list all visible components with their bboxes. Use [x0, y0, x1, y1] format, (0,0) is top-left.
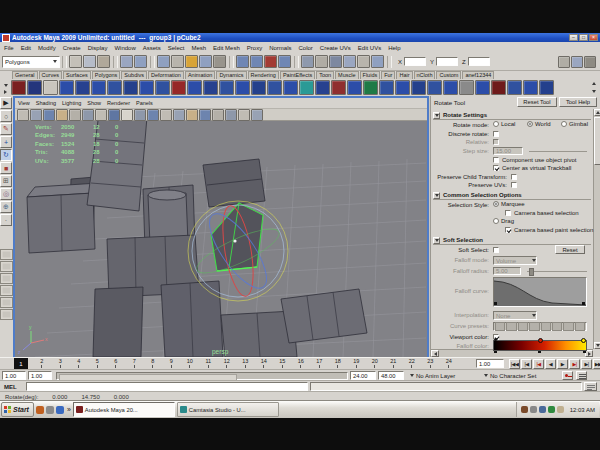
shelf-tab[interactable]: Curves: [39, 71, 62, 79]
shelf-tab[interactable]: Fluids: [360, 71, 381, 79]
reset-tool-button[interactable]: Reset Tool: [517, 97, 557, 107]
shelf-item-icon[interactable]: [283, 80, 298, 95]
tool-button[interactable]: ✎: [0, 123, 12, 135]
panel-menu-item[interactable]: Lighting: [62, 100, 81, 106]
tray-icon[interactable]: [521, 406, 528, 413]
shelf-tab[interactable]: Hair: [396, 71, 412, 79]
panel-toolbar-icon[interactable]: [108, 109, 120, 121]
shelf-item-icon[interactable]: [363, 80, 378, 95]
anim-layer-dropdown[interactable]: No Anim Layer: [410, 371, 455, 380]
component-pivot-checkbox[interactable]: [493, 157, 499, 163]
falloff-color-ramp[interactable]: [493, 340, 587, 351]
shelf-spinner[interactable]: [589, 80, 598, 95]
falloff-radius-slider[interactable]: [527, 271, 587, 272]
panel-toolbar-icon[interactable]: [212, 109, 224, 121]
menu-item[interactable]: Edit Mesh: [213, 45, 240, 51]
ramp-handle[interactable]: [583, 351, 586, 354]
panel-toolbar-icon[interactable]: [147, 109, 159, 121]
render-icon[interactable]: [343, 55, 356, 68]
playback-button[interactable]: ▶: [557, 359, 568, 369]
shelf-item-icon[interactable]: [491, 80, 506, 95]
curve-presets-strip[interactable]: [493, 322, 587, 331]
scroll-up-icon[interactable]: [594, 109, 600, 116]
menu-item[interactable]: Color: [298, 45, 312, 51]
playback-button[interactable]: ◀: [545, 359, 556, 369]
shelf-item-icon[interactable]: [187, 80, 202, 95]
shelf-tab[interactable]: Muscle: [335, 71, 358, 79]
snap-icon[interactable]: [157, 55, 170, 68]
panel-toolbar-icon[interactable]: [43, 109, 55, 121]
panel-toolbar-icon[interactable]: [238, 109, 250, 121]
collapse-icon[interactable]: [433, 237, 440, 244]
shelf-item-icon[interactable]: [203, 80, 218, 95]
tool-button[interactable]: ↻: [0, 149, 12, 161]
show-hide-ui-icon[interactable]: [584, 56, 596, 68]
history-icon[interactable]: [250, 55, 263, 68]
tool-button[interactable]: ▶: [0, 97, 12, 109]
panel-toolbar-icon[interactable]: [225, 109, 237, 121]
virtual-trackball-checkbox[interactable]: [493, 165, 499, 171]
scene-object-pcube2-selected[interactable]: [211, 203, 263, 271]
scroll-left-icon[interactable]: [431, 350, 439, 357]
menu-item[interactable]: Edit: [21, 45, 31, 51]
radio-drag[interactable]: Drag: [493, 218, 514, 224]
shelf-tab[interactable]: Rendering: [248, 71, 279, 79]
maximize-button[interactable]: □: [579, 34, 588, 41]
script-editor-icon[interactable]: [584, 382, 597, 391]
render-icon[interactable]: [357, 55, 370, 68]
panel-toolbar-icon[interactable]: [160, 109, 172, 121]
tool-button[interactable]: ·: [0, 214, 12, 226]
shelf-tab[interactable]: nCloth: [414, 71, 436, 79]
playback-button[interactable]: ▶|: [569, 359, 580, 369]
render-icon[interactable]: [371, 55, 384, 68]
snap-icon[interactable]: [185, 55, 198, 68]
menu-item[interactable]: Modify: [38, 45, 56, 51]
radio-marquee[interactable]: Marquee: [493, 201, 525, 207]
viewport-canvas[interactable]: y x z persp Verts: 2050 12: [15, 121, 427, 357]
shelf-item-icon[interactable]: [107, 80, 122, 95]
task-button[interactable]: Autodesk Maya 20...: [73, 402, 175, 417]
shelf-tab[interactable]: Dynamics: [216, 71, 246, 79]
panel-toolbar-icon[interactable]: [186, 109, 198, 121]
shelf-tab[interactable]: Toon: [316, 71, 334, 79]
render-icon[interactable]: [301, 55, 314, 68]
shelf-item-icon[interactable]: [267, 80, 282, 95]
tool-button[interactable]: ◎: [0, 188, 12, 200]
shelf-tab[interactable]: Surfaces: [63, 71, 91, 79]
radio-world[interactable]: World: [527, 121, 551, 127]
shelf-item-icon[interactable]: [139, 80, 154, 95]
scroll-down-icon[interactable]: [594, 342, 600, 349]
snap-icon[interactable]: [171, 55, 184, 68]
file-icon[interactable]: [97, 55, 110, 68]
tray-icon[interactable]: [557, 406, 564, 413]
menu-item[interactable]: Create UVs: [320, 45, 351, 51]
shelf-item-icon[interactable]: [347, 80, 362, 95]
selection-mode-icon[interactable]: [134, 55, 147, 68]
preserve-uvs-checkbox[interactable]: [511, 182, 517, 188]
shelf-item-icon[interactable]: [459, 80, 474, 95]
radio-local[interactable]: Local: [493, 121, 515, 127]
shelf-item-icon[interactable]: [171, 80, 186, 95]
ramp-handle[interactable]: [538, 351, 541, 354]
shelf-tab[interactable]: General: [12, 71, 38, 79]
shelf-item-icon[interactable]: [27, 80, 42, 95]
shelf-item-icon[interactable]: [523, 80, 538, 95]
quick-launch-icon[interactable]: [36, 406, 44, 414]
relative-checkbox[interactable]: [493, 139, 499, 145]
menu-item[interactable]: Display: [88, 45, 108, 51]
shelf-tab[interactable]: anef12344: [462, 71, 494, 79]
playback-start-field[interactable]: 1.00: [28, 371, 52, 380]
history-icon[interactable]: [278, 55, 291, 68]
playback-end-field[interactable]: 24.00: [350, 371, 376, 380]
shelf-tab[interactable]: Polygons: [92, 71, 121, 79]
radio-gimbal[interactable]: Gimbal: [561, 121, 588, 127]
playback-button[interactable]: |◀: [533, 359, 544, 369]
panel-menu-item[interactable]: Panels: [136, 100, 153, 106]
command-language-label[interactable]: MEL: [4, 384, 17, 390]
shelf-item-icon[interactable]: [475, 80, 490, 95]
task-button[interactable]: Camtasia Studio - U...: [177, 402, 279, 417]
playback-button[interactable]: ▶|: [581, 359, 592, 369]
layout-button[interactable]: [0, 285, 13, 296]
playback-button[interactable]: ▶▶|: [593, 359, 600, 369]
render-icon[interactable]: [329, 55, 342, 68]
